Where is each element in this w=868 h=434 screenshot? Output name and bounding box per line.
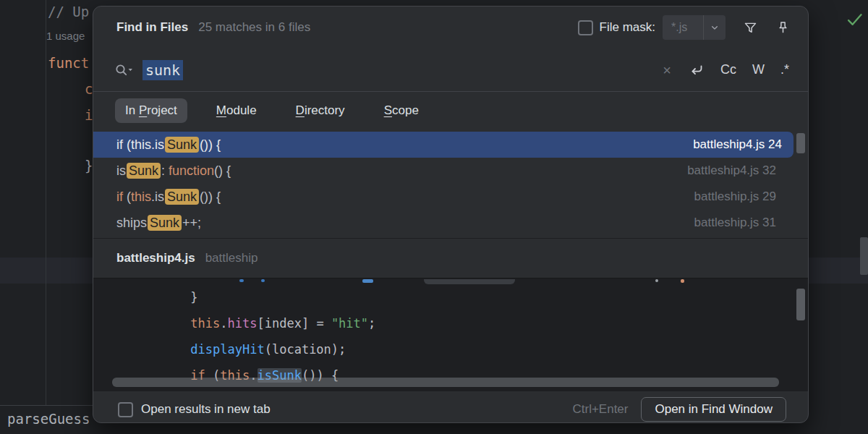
clipped-fragment: [362, 279, 373, 283]
dialog-title: Find in Files: [116, 20, 188, 35]
result-row[interactable]: shipsSunk++; battleship.js 31: [93, 210, 808, 236]
preview-code-line: this.hits[index] = "hit";: [93, 310, 808, 336]
clipped-fragment: [655, 279, 658, 282]
clipped-code-line: [93, 278, 808, 284]
result-file-label: battleship4.js 32: [687, 163, 776, 178]
shortcut-hint: Ctrl+Enter: [572, 402, 628, 417]
chevron-down-icon[interactable]: [703, 15, 726, 40]
newline-icon[interactable]: [687, 61, 705, 79]
words-icon[interactable]: W: [752, 62, 765, 77]
preview-scrollbar-thumb[interactable]: [796, 289, 805, 320]
dialog-header: Find in Files 25 matches in 6 files File…: [93, 7, 808, 48]
tab-scope[interactable]: Scope: [374, 98, 429, 123]
inspections-check-icon[interactable]: [845, 9, 864, 29]
search-options: × Cc W .*: [663, 61, 789, 79]
file-mask-value: *.js: [663, 21, 703, 34]
file-group-header[interactable]: battleship4.js battleship: [93, 239, 808, 278]
result-row[interactable]: if (this.isSunk()) { battleship4.js 24: [93, 132, 793, 158]
file-name: battleship4.js: [116, 251, 195, 265]
editor-code-fragment-c: c: [85, 81, 93, 97]
clipped-fragment: [239, 279, 244, 282]
scope-tabs: In Project Module Directory Scope: [93, 92, 808, 129]
editor-horizontal-divider: [0, 405, 94, 406]
open-results-checkbox[interactable]: [118, 402, 133, 417]
code-preview-pane: } this.hits[index] = "hit"; displayHit(l…: [93, 278, 808, 391]
search-input[interactable]: sunk: [142, 60, 183, 80]
dialog-footer: Open results in new tab Ctrl+Enter Open …: [93, 391, 808, 427]
editor-gutter-divider: [46, 0, 46, 405]
tab-in-project[interactable]: In Project: [115, 98, 187, 123]
result-row[interactable]: if (this.isSunk()) { battleship.js 29: [93, 184, 808, 210]
clipped-fragment: [261, 279, 265, 282]
match-summary: 25 matches in 6 files: [198, 20, 310, 35]
match-case-icon[interactable]: Cc: [720, 62, 736, 77]
clear-icon[interactable]: ×: [663, 63, 671, 77]
usages-inlay-hint: 1 usage: [46, 30, 85, 42]
search-icon[interactable]: [114, 62, 134, 78]
tab-module[interactable]: Module: [206, 98, 267, 123]
file-mask-checkbox[interactable]: [578, 20, 593, 35]
result-row[interactable]: isSunk: function() { battleship4.js 32: [93, 158, 808, 184]
clipped-fragment: [681, 279, 684, 283]
pin-icon[interactable]: [775, 20, 791, 35]
open-in-find-window-button[interactable]: Open in Find Window: [641, 397, 786, 422]
result-file-label: battleship.js 29: [694, 190, 776, 204]
search-row: sunk × Cc W .*: [93, 48, 808, 92]
editor-scrollbar-thumb[interactable]: [860, 237, 868, 275]
filter-icon[interactable]: [743, 20, 758, 35]
header-controls: File mask: *.js: [578, 15, 791, 40]
regex-icon[interactable]: .*: [780, 62, 789, 77]
editor-keyword-fragment: funct: [48, 55, 89, 71]
clipped-fragment: [424, 279, 515, 284]
preview-code-line: }: [93, 284, 808, 310]
open-results-label: Open results in new tab: [141, 402, 271, 417]
file-path: battleship: [205, 251, 258, 265]
result-file-label: battleship4.js 24: [693, 137, 782, 152]
file-mask-combo[interactable]: *.js: [663, 15, 726, 40]
preview-code-line: displayHit(location);: [93, 336, 808, 362]
editor-code-fragment-parseguess: parseGuess: [7, 411, 90, 427]
editor-comment-fragment: // Up: [48, 4, 89, 20]
find-in-files-dialog: Find in Files 25 matches in 6 files File…: [93, 6, 809, 423]
result-file-label: battleship.js 31: [694, 216, 776, 230]
preview-horizontal-scrollbar-thumb[interactable]: [112, 378, 779, 387]
editor-code-fragment-brace: }: [85, 158, 93, 174]
tab-directory[interactable]: Directory: [286, 98, 355, 123]
results-list: if (this.isSunk()) { battleship4.js 24 i…: [93, 129, 808, 239]
editor-code-fragment-i: i: [85, 107, 93, 123]
results-scrollbar-thumb[interactable]: [796, 133, 805, 153]
file-mask-label: File mask:: [600, 20, 655, 35]
